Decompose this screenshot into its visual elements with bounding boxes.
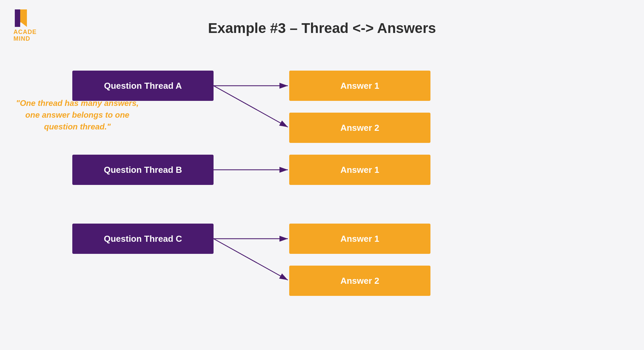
logo-bookmark-icon <box>13 9 28 28</box>
diagram: Question Thread A Answer 1 Answer 2 "One… <box>0 50 644 350</box>
logo: ACADE MIND <box>13 9 37 42</box>
svg-line-7 <box>214 239 288 280</box>
logo-text: ACADE MIND <box>13 29 37 42</box>
answer-c2-box: Answer 2 <box>289 266 430 296</box>
answer-c1-box: Answer 1 <box>289 224 430 254</box>
quote-text: "One thread has many answers, one answer… <box>13 98 141 132</box>
answer-a2-box: Answer 2 <box>289 113 430 143</box>
svg-marker-1 <box>15 9 20 27</box>
answer-b1-box: Answer 1 <box>289 155 430 185</box>
svg-line-4 <box>214 86 288 127</box>
thread-a-box: Question Thread A <box>72 71 214 101</box>
answer-a1-box: Answer 1 <box>289 71 430 101</box>
page-title: Example #3 – Thread <-> Answers <box>0 17 644 36</box>
thread-b-box: Question Thread B <box>72 155 214 185</box>
thread-c-box: Question Thread C <box>72 224 214 254</box>
